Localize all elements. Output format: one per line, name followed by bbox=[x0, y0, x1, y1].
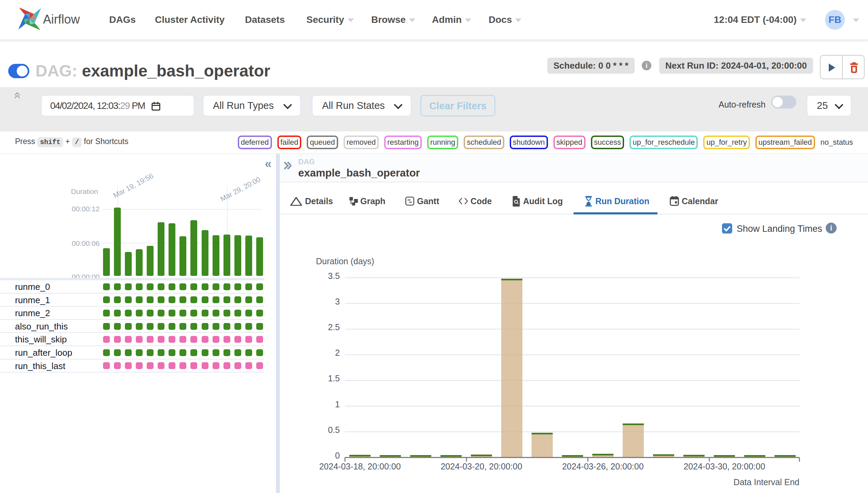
svg-text:1.5: 1.5 bbox=[328, 374, 340, 383]
svg-text:3: 3 bbox=[335, 297, 340, 306]
svg-text:2024-03-26, 20:00:00: 2024-03-26, 20:00:00 bbox=[562, 462, 643, 471]
svg-text:2.5: 2.5 bbox=[328, 322, 340, 332]
svg-text:1: 1 bbox=[335, 399, 340, 409]
svg-text:2: 2 bbox=[335, 348, 340, 357]
svg-text:Duration (days): Duration (days) bbox=[316, 256, 374, 266]
svg-text:2024-03-18, 20:00:00: 2024-03-18, 20:00:00 bbox=[319, 462, 401, 471]
svg-text:2024-03-30, 20:00:00: 2024-03-30, 20:00:00 bbox=[683, 462, 765, 471]
svg-text:Data Interval End: Data Interval End bbox=[734, 477, 799, 487]
svg-text:2024-03-20, 20:00:00: 2024-03-20, 20:00:00 bbox=[440, 462, 522, 471]
svg-text:3.5: 3.5 bbox=[328, 271, 340, 281]
svg-text:0.5: 0.5 bbox=[328, 425, 340, 435]
svg-text:0: 0 bbox=[335, 451, 340, 460]
